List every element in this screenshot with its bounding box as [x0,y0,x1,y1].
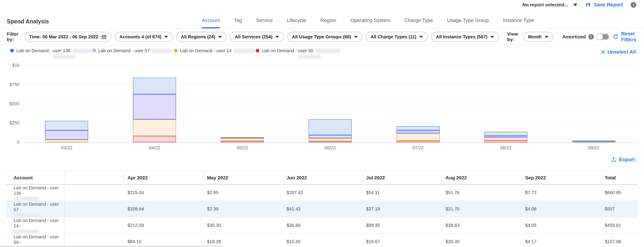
value-cell: $7.72 [522,185,601,201]
column-header-text: Jul 2022 [362,174,385,182]
amortized-toggle[interactable] [596,34,609,40]
legend-item-lab-on-demand-user-136[interactable]: Lab on Demand - user 136 [10,48,92,59]
tab-service[interactable]: Service [256,17,273,28]
filter-pill-accounts-4-of-674[interactable]: Accounts 4 (of 674) [115,32,173,42]
bar-segment-lab-on-demand-user-136[interactable] [396,126,440,130]
info-icon[interactable]: i [630,2,636,8]
filter-pill-all-usage-type-groups-68[interactable]: All Usage Type Groups (68) [287,32,362,42]
bar-segment-lab-on-demand-user-50[interactable] [133,136,176,143]
bar-segment-lab-on-demand-user-136[interactable] [308,119,352,135]
filter-pill-all-charge-types-11[interactable]: All Charge Types (11) [366,32,428,42]
bar-segment-lab-on-demand-user-57[interactable] [484,136,528,137]
y-tick-label: 0 [0,140,20,145]
column-header-account: Account [6,171,64,185]
table-row-lab-on-demand-user-57[interactable]: Lab on Demand - user 57 -$328.64$2.39$41… [6,201,638,217]
x-tick-label: 05/22 [226,145,258,151]
legend-item-body: Lab on Demand - user 14 [180,48,255,59]
bar-segment-lab-on-demand-user-50[interactable] [396,141,440,142]
value-cell: $4.08 [522,201,601,217]
bar-segment-lab-on-demand-user-57[interactable] [45,130,88,140]
bar-segment-lab-on-demand-user-50[interactable] [484,140,528,142]
filter-pill-label: Month [528,34,542,39]
value-cell: $328.64 [124,201,204,217]
bar-segment-lab-on-demand-user-136[interactable] [572,141,615,141]
bar-segment-lab-on-demand-user-136[interactable] [45,121,88,130]
legend-item-label: Lab on Demand - user 57 [98,48,150,53]
account-name: Lab on Demand - user 50 - [14,234,64,245]
filter-pill-month[interactable]: Month [523,32,553,42]
info-icon[interactable]: i [588,34,594,39]
value-cell: $2.39 [204,201,283,217]
x-tick-label: 04/22 [138,145,170,151]
bar-segment-lab-on-demand-user-136[interactable] [484,132,528,136]
bar-segment-lab-on-demand-user-14[interactable] [133,119,176,136]
bar-segment-lab-on-demand-user-136[interactable] [221,137,264,138]
tab-instance-type[interactable]: Instance Type [503,17,534,28]
x-tick-label: 03/22 [51,145,82,151]
filter-pill-all-regions-24[interactable]: All Regions (24) [176,32,226,42]
table-row-lab-on-demand-user-136[interactable]: Lab on Demand - user 136 -$215.34$2.95$2… [6,185,638,201]
value-cell: $212.59 [124,217,204,234]
close-icon [601,50,605,54]
bar-segment-lab-on-demand-user-14[interactable] [221,138,264,141]
account-cell: Lab on Demand - user 136 - [6,185,64,201]
horizontal-scrollbar[interactable] [0,246,222,247]
bar-segment-lab-on-demand-user-14[interactable] [484,137,528,140]
x-axis-line [23,142,638,143]
table-row-lab-on-demand-user-50[interactable]: Lab on Demand - user 50 -$84.10$18.28$15… [6,234,638,247]
tab-operating-system[interactable]: Operating System [350,17,390,28]
tab-account[interactable]: Account [202,17,220,28]
legend-item-lab-on-demand-user-14[interactable]: Lab on Demand - user 14 [174,48,256,59]
table-header-row: AccountApr 2022May 2022Jun 2022Jul 2022A… [6,171,638,185]
bar-segment-lab-on-demand-user-57[interactable] [396,130,440,133]
legend-dot-icon [10,49,14,52]
legend-item-lab-on-demand-user-57[interactable]: Lab on Demand - user 57 [92,48,174,59]
value-cell: $18.28 [204,234,283,247]
column-header-text: Jun 2022 [283,174,307,182]
legend-item-label: Lab on Demand - user 14 [180,48,232,53]
filter-pill-label: All Services (254) [235,34,272,39]
filter-pill-all-services-254[interactable]: All Services (254) [230,32,284,42]
column-header-jul-2022: Jul 2022 [362,171,442,185]
tab-lifecycle[interactable]: Lifecycle [287,17,306,28]
table-row-lab-on-demand-user-14[interactable]: Lab on Demand - user 14 -$212.59$35.30$3… [6,217,638,234]
caret-down-icon [573,4,578,6]
report-selector-dropdown[interactable]: No report selected... [522,2,578,7]
legend-line1: Lab on Demand - user 14 [180,48,255,53]
legend-item-body: Lab on Demand - user 136 [16,48,95,59]
column-header-may-2022: May 2022 [204,171,283,185]
reset-filters-label: Reset Filters [621,31,636,43]
bar-segment-lab-on-demand-user-14[interactable] [308,138,352,141]
plot-area [23,65,638,142]
account-name: Lab on Demand - user 14 - [14,217,64,229]
account-name: Lab on Demand - user 136 - [14,185,64,196]
caret-down-icon [490,36,494,38]
export-button[interactable]: Export [611,157,635,163]
legend-item-lab-on-demand-user-50[interactable]: Lab on Demand - user 50 [256,48,338,59]
filter-pill-time-06-mar-2022-06-sep-2022[interactable]: Time: 06 Mar 2022 - 06 Sep 2022 [24,32,111,42]
tab-region[interactable]: Region [320,17,336,28]
filter-by-label: Filter by: [7,31,19,42]
redacted-text [53,55,76,59]
bar-segment-lab-on-demand-user-57[interactable] [308,135,352,138]
account-name: Lab on Demand - user 57 - [14,201,64,212]
value-cell: $41.43 [283,201,362,217]
caret-down-icon [218,36,222,38]
column-header-jun-2022: Jun 2022 [283,171,362,185]
tab-charge-type[interactable]: Charge Type [404,17,433,28]
bar-segment-lab-on-demand-user-14[interactable] [45,140,88,142]
bar-segment-lab-on-demand-user-136[interactable] [133,78,176,94]
header-row: Spend Analysis AccountTagServiceLifecycl… [0,14,644,29]
tab-usage-type-group[interactable]: Usage Type Group [447,17,489,28]
gridline [23,65,638,66]
tab-tag[interactable]: Tag [234,17,242,28]
bar-segment-lab-on-demand-user-57[interactable] [133,94,176,119]
filter-pill-label: All Instance Types (507) [436,34,487,39]
legend-dot-icon [256,49,259,52]
unselect-all-button[interactable]: Unselect All [601,49,636,55]
reset-filters-button[interactable]: Reset Filters [613,31,636,43]
filter-pill-all-instance-types-507[interactable]: All Instance Types (507) [431,32,498,42]
spacer-cell [64,201,124,217]
save-report-button[interactable]: Save Report [585,2,623,8]
bar-segment-lab-on-demand-user-14[interactable] [396,133,440,141]
